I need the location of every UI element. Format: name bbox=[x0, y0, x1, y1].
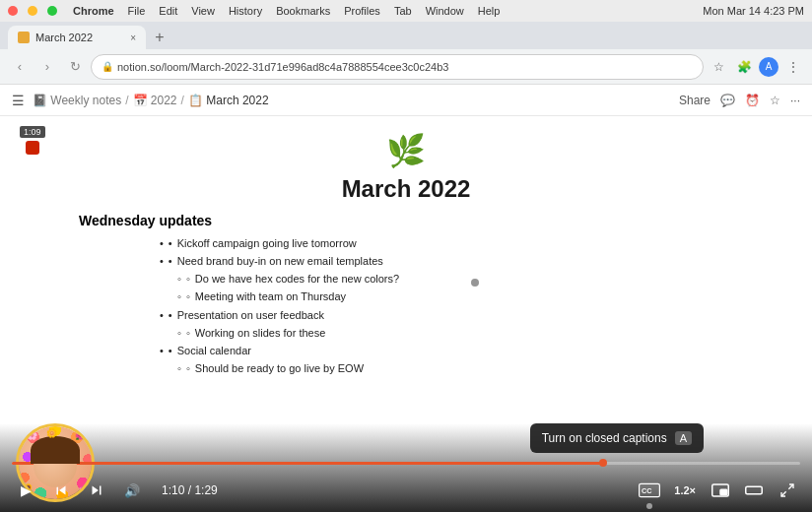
forward-button[interactable] bbox=[83, 477, 110, 504]
lock-icon: 🔒 bbox=[102, 61, 113, 72]
browser-toolbar: ‹ › ↻ 🔒 notion.so/loom/March-2022-31d71e… bbox=[0, 49, 812, 85]
close-dot[interactable] bbox=[8, 6, 18, 16]
mac-window-controls bbox=[8, 6, 57, 16]
forward-button[interactable]: › bbox=[35, 55, 59, 79]
favorite-icon[interactable]: ☆ bbox=[770, 94, 780, 107]
address-bar[interactable]: 🔒 notion.so/loom/March-2022-31d71e996ad8… bbox=[91, 54, 704, 80]
svg-text:CC: CC bbox=[642, 486, 652, 495]
time-display: 1:10 / 1:29 bbox=[162, 483, 218, 497]
page-title: March 2022 bbox=[342, 175, 471, 203]
record-dot bbox=[26, 141, 39, 155]
breadcrumb-march[interactable]: 📋 March 2022 bbox=[188, 94, 269, 107]
record-indicator: 1:09 bbox=[20, 126, 45, 155]
progress-thumb bbox=[599, 459, 607, 467]
progress-bar-container[interactable] bbox=[12, 462, 800, 465]
svg-line-5 bbox=[788, 484, 793, 489]
bullet-6: ◦Working on slides for these bbox=[160, 324, 652, 342]
profile-icon[interactable]: A bbox=[759, 57, 778, 77]
pip-button[interactable] bbox=[708, 478, 733, 503]
breadcrumb: 📓 Weekly notes / 📅 2022 / 📋 March 2022 bbox=[33, 94, 269, 107]
tab-bar: March 2022 × + bbox=[0, 22, 812, 49]
mac-menu-window[interactable]: Window bbox=[426, 5, 464, 17]
share-button[interactable]: Share bbox=[679, 94, 710, 107]
cc-button[interactable]: CC bbox=[637, 478, 662, 503]
notion-breadcrumb-bar: ☰ 📓 Weekly notes / 📅 2022 / 📋 March 2022… bbox=[0, 85, 812, 116]
history-icon[interactable]: ⏰ bbox=[745, 94, 760, 107]
volume-button[interactable]: 🔊 bbox=[118, 477, 146, 504]
new-tab-button[interactable]: + bbox=[146, 26, 173, 49]
bullet-8: ◦Should be ready to go live by EOW bbox=[160, 359, 652, 377]
toolbar-right: ☆ 🧩 A ⋮ bbox=[708, 56, 804, 78]
bullet-4: ◦Meeting with team on Thursday bbox=[160, 288, 652, 305]
mac-menu-profiles[interactable]: Profiles bbox=[344, 5, 380, 17]
comments-icon[interactable]: 💬 bbox=[720, 94, 735, 107]
mac-menu-chrome[interactable]: Chrome bbox=[73, 5, 114, 17]
total-time: 1:29 bbox=[194, 483, 217, 497]
notion-bar-actions: Share 💬 ⏰ ☆ ··· bbox=[679, 94, 800, 107]
svg-rect-4 bbox=[746, 486, 763, 494]
tab-title: March 2022 bbox=[35, 32, 93, 43]
theater-button[interactable] bbox=[741, 478, 767, 503]
record-time: 1:09 bbox=[20, 126, 45, 138]
controls-row: ▶ 🔊 1:10 / 1:29 CC 1.2× bbox=[12, 477, 800, 504]
maximize-dot[interactable] bbox=[47, 6, 57, 16]
mac-menu-help[interactable]: Help bbox=[478, 5, 501, 17]
fullscreen-button[interactable] bbox=[775, 478, 800, 503]
section-heading: Wednesday updates bbox=[79, 213, 572, 228]
svg-line-6 bbox=[781, 491, 786, 496]
mac-menu-file[interactable]: File bbox=[128, 5, 146, 17]
refresh-button[interactable]: ↻ bbox=[63, 55, 87, 79]
speed-button[interactable]: 1.2× bbox=[670, 482, 700, 498]
mac-clock: Mon Mar 14 4:23 PM bbox=[703, 5, 804, 17]
mac-menu-view[interactable]: View bbox=[191, 5, 215, 17]
active-tab[interactable]: March 2022 × bbox=[8, 26, 146, 49]
cc-tooltip: Turn on closed captions A bbox=[530, 423, 704, 453]
bullet-1: •Kickoff campaign going live tomorrow bbox=[160, 234, 652, 252]
mac-menubar: Chrome File Edit View History Bookmarks … bbox=[0, 0, 812, 22]
mac-menu-history[interactable]: History bbox=[229, 5, 262, 17]
mac-menu-bookmarks[interactable]: Bookmarks bbox=[276, 5, 330, 17]
bookmark-icon[interactable]: ☆ bbox=[708, 56, 729, 78]
breadcrumb-weekly[interactable]: 📓 Weekly notes bbox=[33, 94, 121, 107]
cc-tooltip-text: Turn on closed captions bbox=[542, 431, 667, 445]
tab-close-button[interactable]: × bbox=[130, 32, 136, 43]
mac-menu: Chrome File Edit View History Bookmarks … bbox=[73, 5, 500, 17]
bullet-7: •Social calendar bbox=[160, 342, 652, 359]
main-content: 🌿 March 2022 Wednesday updates •Kickoff … bbox=[0, 116, 812, 512]
more-icon[interactable]: ⋮ bbox=[782, 56, 804, 78]
bullet-5: •Presentation on user feedback bbox=[160, 306, 652, 324]
breadcrumb-sep-2: / bbox=[181, 94, 184, 107]
page-icon: 🌿 bbox=[386, 132, 426, 169]
svg-rect-3 bbox=[720, 489, 727, 494]
cc-shortcut: A bbox=[675, 431, 692, 445]
progress-track[interactable] bbox=[12, 462, 800, 465]
sidebar-toggle-icon[interactable]: ☰ bbox=[12, 93, 25, 108]
bullet-list: •Kickoff campaign going live tomorrow •N… bbox=[160, 234, 652, 377]
bullet-3: ◦Do we have hex codes for the new colors… bbox=[160, 270, 652, 288]
progress-fill bbox=[12, 462, 603, 465]
bullet-2: •Need brand buy-in on new email template… bbox=[160, 252, 652, 270]
breadcrumb-sep-1: / bbox=[125, 94, 128, 107]
minimize-dot[interactable] bbox=[28, 6, 37, 16]
tab-favicon bbox=[18, 32, 30, 43]
mac-menu-tab[interactable]: Tab bbox=[394, 5, 412, 17]
more-options-icon[interactable]: ··· bbox=[790, 94, 800, 107]
mac-menu-edit[interactable]: Edit bbox=[159, 5, 177, 17]
extensions-icon[interactable]: 🧩 bbox=[733, 56, 755, 78]
cc-cursor bbox=[646, 503, 652, 509]
back-button[interactable]: ‹ bbox=[8, 55, 32, 79]
breadcrumb-2022[interactable]: 📅 2022 bbox=[133, 94, 177, 107]
chrome-browser: March 2022 × + ‹ › ↻ 🔒 notion.so/loom/Ma… bbox=[0, 22, 812, 85]
current-time: 1:10 bbox=[162, 483, 184, 497]
url-text: notion.so/loom/March-2022-31d71e996ad8c4… bbox=[117, 61, 448, 73]
